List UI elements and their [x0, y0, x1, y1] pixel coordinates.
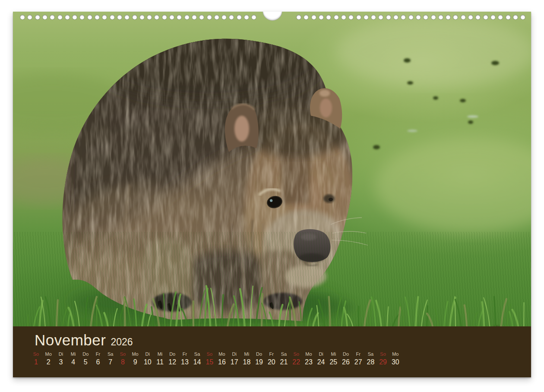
calendar-day: Mo9: [129, 351, 142, 367]
calendar-day: Sa21: [278, 351, 290, 367]
day-number: 19: [253, 357, 266, 367]
day-number: 3: [54, 357, 67, 367]
calendar-day: Di17: [228, 351, 240, 367]
day-number: 29: [377, 357, 389, 367]
day-number: 11: [154, 357, 166, 367]
day-number: 5: [79, 357, 92, 367]
calendar-day: Do5: [79, 351, 92, 367]
punch-hole: [117, 15, 122, 20]
calendar-day: Sa7: [104, 351, 117, 367]
punch-hole: [513, 15, 518, 20]
punch-hole: [520, 15, 525, 20]
calendar-day: Mo2: [42, 351, 55, 367]
calendar-day: So29: [377, 351, 389, 367]
punch-hole: [139, 15, 145, 20]
punch-hole: [65, 15, 70, 20]
punch-hole: [147, 15, 152, 20]
calendar-day: Sa28: [364, 351, 377, 367]
calendar-day: Di10: [141, 351, 154, 367]
calendar-day: Mi25: [327, 351, 340, 367]
punch-hole: [461, 15, 466, 20]
day-number: 20: [265, 357, 278, 367]
punch-hole: [132, 15, 137, 20]
punch-hole: [334, 15, 339, 20]
punch-hole: [438, 15, 443, 20]
nose: [294, 229, 330, 262]
weekday-label: Mo: [389, 351, 402, 357]
left-ear-inner: [234, 116, 249, 142]
weekday-label: Fr: [178, 351, 191, 357]
day-number: 14: [191, 357, 203, 367]
day-number: 4: [67, 357, 79, 367]
wombat-photo: [13, 12, 531, 326]
punch-hole: [416, 15, 421, 20]
month-title-row: November 2026: [35, 332, 133, 349]
punch-hole: [468, 15, 473, 20]
calendar-footer: November 2026 So1Mo2Di3Mi4Do5Fr6Sa7So8Mo…: [13, 326, 531, 377]
day-number: 17: [228, 357, 240, 367]
punch-hole: [162, 15, 167, 20]
punch-hole: [207, 15, 212, 20]
weekday-label: Sa: [364, 351, 377, 357]
punch-hole: [431, 15, 436, 20]
weekday-label: Sa: [191, 351, 203, 357]
day-number: 1: [30, 357, 42, 367]
day-number: 22: [290, 357, 303, 367]
calendar-day: So8: [117, 351, 129, 367]
calendar-day: Di24: [315, 351, 327, 367]
day-number: 2: [42, 357, 55, 367]
weekday-label: So: [117, 351, 129, 357]
month-title: November: [35, 332, 106, 349]
weekday-label: So: [203, 351, 216, 357]
day-number: 15: [203, 357, 216, 367]
punch-hole: [35, 15, 40, 20]
punch-hole: [237, 15, 242, 20]
punch-hole: [296, 15, 301, 20]
punch-hole: [341, 15, 346, 20]
weekday-label: Fr: [92, 351, 104, 357]
punch-hole: [490, 15, 496, 20]
calendar-day: Fr6: [92, 351, 104, 367]
weekday-label: So: [290, 351, 303, 357]
punch-hole: [244, 15, 249, 20]
weekday-label: Do: [253, 351, 266, 357]
punch-hole: [483, 15, 488, 20]
calendar-day: Do12: [166, 351, 179, 367]
punch-hole: [20, 15, 25, 20]
wombat-illustration: [13, 12, 531, 326]
day-number: 8: [117, 357, 129, 367]
calendar-day: Do26: [340, 351, 352, 367]
weekday-label: Fr: [265, 351, 278, 357]
punch-hole: [319, 15, 324, 20]
weekday-label: Mi: [67, 351, 79, 357]
day-number: 10: [141, 357, 154, 367]
weekday-label: Di: [228, 351, 240, 357]
punch-hole: [42, 15, 47, 20]
day-number: 13: [178, 357, 191, 367]
weekday-label: Do: [340, 351, 352, 357]
calendar-day: Sa14: [191, 351, 203, 367]
calendar-day: So22: [290, 351, 303, 367]
left-ear: [225, 104, 259, 152]
punch-hole: [110, 15, 115, 20]
weekday-label: Di: [315, 351, 327, 357]
calendar-day: Mi18: [240, 351, 253, 367]
punch-hole: [371, 15, 376, 20]
day-number: 26: [340, 357, 352, 367]
calendar-day: Fr13: [178, 351, 191, 367]
calendar-day: Di3: [54, 351, 67, 367]
punch-hole: [446, 15, 451, 20]
weekday-label: Fr: [352, 351, 364, 357]
weekday-label: So: [377, 351, 389, 357]
calendar-day: Mo30: [389, 351, 402, 367]
day-number: 9: [129, 357, 142, 367]
calendar-day: Fr20: [265, 351, 278, 367]
weekday-label: Mi: [240, 351, 253, 357]
punch-hole: [192, 15, 197, 20]
calendar-day: Mo23: [302, 351, 315, 367]
punch-hole: [95, 15, 100, 20]
day-number: 18: [240, 357, 253, 367]
day-number: 12: [166, 357, 179, 367]
weekday-label: Sa: [278, 351, 290, 357]
weekday-label: Do: [79, 351, 92, 357]
